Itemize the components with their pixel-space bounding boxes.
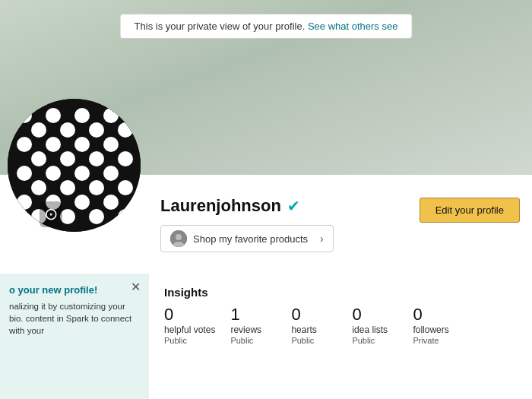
insight-label: idea lists [352,325,388,335]
chevron-right-icon: › [320,233,324,245]
verified-icon: ✔ [287,197,300,215]
close-icon[interactable]: ✕ [131,281,141,293]
insight-item: 0followersPrivate [413,306,458,345]
svg-point-15 [74,195,90,210]
insight-visibility: Public [164,336,187,345]
svg-point-21 [31,151,46,166]
svg-point-31 [89,209,104,224]
avatar [8,99,141,232]
insight-label: followers [413,325,448,335]
private-view-notice: This is your private view of your profil… [120,14,413,39]
svg-point-12 [103,166,119,181]
username-row: Laurenjohnson ✔ [160,196,410,216]
svg-point-9 [17,166,32,181]
username: Laurenjohnson [160,196,281,216]
notification-panel: o your new profile! nalizing it by custo… [0,274,148,399]
insight-visibility: Private [413,336,439,345]
svg-point-6 [46,137,61,152]
insight-count: 0 [352,306,361,323]
svg-point-26 [60,180,75,195]
bottom-section: o your new profile! nalizing it by custo… [0,274,532,399]
edit-profile-button[interactable]: Edit your profile [420,198,520,223]
shop-btn-avatar [170,230,187,247]
svg-point-18 [60,122,75,138]
svg-point-8 [103,137,119,152]
svg-point-27 [89,180,104,195]
profile-section: Laurenjohnson ✔ Shop my favorite product… [148,182,532,274]
shop-btn-label: Shop my favorite products [193,233,308,245]
insight-item: 0helpful votesPublic [164,306,215,345]
svg-point-2 [46,108,61,123]
insights-panel: Insights 0helpful votesPublic1reviewsPub… [148,274,532,399]
insight-item: 1reviewsPublic [230,306,276,345]
profile-info: Laurenjohnson ✔ Shop my favorite product… [160,196,410,252]
svg-point-10 [46,166,61,181]
svg-point-24 [118,151,133,166]
svg-point-3 [74,108,90,123]
svg-point-22 [60,151,75,166]
svg-point-7 [74,137,90,152]
see-others-link[interactable]: See what others see [308,21,398,32]
notif-title: o your new profile! [9,284,139,296]
svg-point-19 [89,122,104,138]
svg-point-11 [74,166,90,181]
insight-visibility: Public [230,336,253,345]
shop-products-button[interactable]: Shop my favorite products › [160,225,334,252]
svg-point-30 [60,209,75,224]
svg-point-25 [31,180,46,195]
insight-count: 0 [291,306,300,323]
svg-point-17 [31,122,46,138]
svg-point-28 [118,180,133,195]
insight-visibility: Public [291,336,314,345]
insight-item: 0idea listsPublic [352,306,397,345]
notif-body: nalizing it by customizing your bio. con… [9,300,139,337]
svg-point-16 [103,195,119,210]
insight-item: 0heartsPublic [291,306,337,345]
insights-title: Insights [164,286,517,299]
svg-point-23 [89,151,104,166]
camera-icon[interactable]: ⊙ [40,201,62,227]
insight-count: 1 [230,306,239,323]
notif-title-text: o your new profile! [9,284,97,296]
insight-count: 0 [164,306,173,323]
insights-row: 0helpful votesPublic1reviewsPublic0heart… [164,306,517,345]
svg-point-5 [17,137,32,152]
insight-label: helpful votes [164,325,215,335]
notice-text: This is your private view of your profil… [135,21,306,32]
insight-label: reviews [230,325,261,335]
insight-label: hearts [291,325,316,335]
insight-count: 0 [413,306,422,323]
svg-point-34 [176,234,182,240]
insight-visibility: Public [352,336,375,345]
